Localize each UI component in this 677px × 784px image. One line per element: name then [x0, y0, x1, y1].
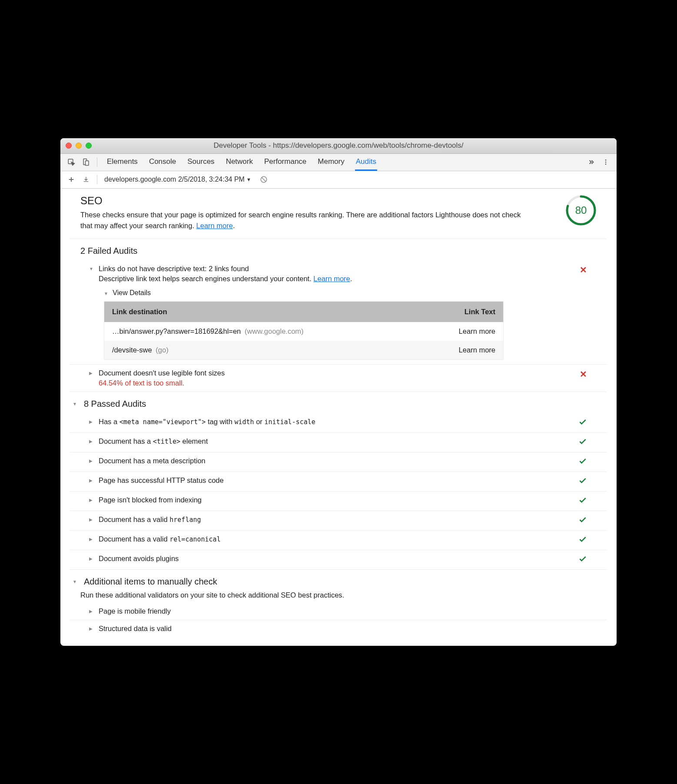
link-details-table: Link destination Link Text …bin/answer.p… — [104, 301, 504, 360]
tab-performance[interactable]: Performance — [263, 154, 307, 171]
audit-failed-link-text[interactable]: Links do not have descriptive text: 2 li… — [70, 260, 607, 365]
chevron-right-icon — [89, 439, 93, 444]
audit-passed-meta-desc[interactable]: Document has a meta description — [70, 452, 607, 472]
tab-console[interactable]: Console — [148, 154, 177, 171]
audit-passed-canonical[interactable]: Document has a valid rel=canonical — [70, 531, 607, 550]
check-icon — [578, 418, 587, 428]
table-row: …bin/answer.py?answer=181692&hl=en (www.… — [104, 322, 503, 341]
audit-failed-font-size[interactable]: Document doesn't use legible font sizes … — [70, 365, 607, 392]
chevron-right-icon — [89, 556, 93, 561]
cell-host: (go) — [156, 346, 168, 354]
audit-title: Document has a valid rel=canonical — [99, 535, 578, 543]
chevron-right-icon — [89, 517, 93, 522]
device-mode-icon[interactable] — [79, 155, 93, 169]
chevron-right-icon — [89, 458, 93, 463]
clear-icon[interactable] — [256, 172, 271, 187]
chevron-right-icon — [89, 371, 93, 375]
audit-passed-indexing[interactable]: Page isn't blocked from indexing — [70, 492, 607, 511]
kebab-menu-icon[interactable] — [598, 155, 613, 169]
audit-description: Descriptive link text helps search engin… — [99, 275, 580, 283]
inspect-icon[interactable] — [64, 155, 79, 169]
audit-run-dropdown[interactable]: developers.google.com 2/5/2018, 3:24:34 … — [104, 176, 251, 183]
audit-passed-hreflang[interactable]: Document has a valid hreflang — [70, 511, 607, 531]
tab-elements[interactable]: Elements — [106, 154, 139, 171]
check-icon — [578, 437, 587, 448]
seo-score: 80 — [565, 195, 597, 226]
cell-text: Learn more — [459, 327, 495, 336]
audit-title: Document has a valid hreflang — [99, 515, 578, 524]
chevron-right-icon — [89, 609, 93, 614]
download-icon[interactable] — [79, 172, 93, 187]
tab-memory[interactable]: Memory — [317, 154, 345, 171]
view-details-toggle[interactable]: ▼ View Details — [104, 289, 580, 297]
seo-score-value: 80 — [565, 195, 597, 226]
close-window-button[interactable] — [66, 143, 72, 149]
tab-network[interactable]: Network — [225, 154, 254, 171]
traffic-lights — [66, 143, 92, 149]
devtools-tabbar: Elements Console Sources Network Perform… — [60, 154, 617, 171]
check-icon — [578, 496, 587, 506]
seo-description: These checks ensure that your page is op… — [80, 209, 524, 231]
check-icon — [578, 515, 587, 526]
chevron-down-icon — [89, 266, 93, 271]
audit-title: Links do not have descriptive text: 2 li… — [99, 265, 580, 273]
divider — [97, 157, 97, 167]
svg-point-4 — [605, 162, 607, 163]
new-audit-icon[interactable] — [64, 172, 79, 187]
devtools-window: Developer Tools - https://developers.goo… — [60, 138, 617, 646]
window-title: Developer Tools - https://developers.goo… — [66, 141, 611, 150]
cell-dest: …bin/answer.py?answer=181692&hl=en — [112, 327, 241, 335]
chevron-down-icon: ▼ — [246, 177, 251, 182]
audit-title: Document avoids plugins — [99, 555, 578, 563]
tab-audits[interactable]: Audits — [355, 154, 377, 171]
col-link-text: Link Text — [465, 308, 495, 316]
chevron-down-icon: ▼ — [104, 291, 108, 296]
audit-desc-text: Descriptive link text helps search engin… — [99, 275, 313, 282]
overflow-tabs-icon[interactable] — [584, 155, 598, 169]
x-icon: ✕ — [580, 369, 587, 379]
audit-manual-mobile[interactable]: Page is mobile friendly — [70, 603, 607, 620]
manual-subtitle: Run these additional validators on your … — [60, 591, 617, 603]
audit-manual-structured-data[interactable]: Structured data is valid — [70, 620, 607, 637]
audit-passed-plugins[interactable]: Document avoids plugins — [70, 550, 607, 570]
audits-toolbar: developers.google.com 2/5/2018, 3:24:34 … — [60, 171, 617, 189]
minimize-window-button[interactable] — [76, 143, 82, 149]
chevron-right-icon — [89, 419, 93, 424]
audit-passed-title[interactable]: Document has a <title> element — [70, 433, 607, 452]
chevron-right-icon — [89, 478, 93, 483]
audit-run-label: developers.google.com 2/5/2018, 3:24:34 … — [104, 176, 245, 183]
svg-point-3 — [605, 159, 607, 161]
panel-tabs: Elements Console Sources Network Perform… — [106, 154, 377, 171]
audit-title: Has a <meta name="viewport"> tag with wi… — [99, 418, 578, 426]
failed-audits-title: 2 Failed Audits — [60, 239, 617, 260]
svg-rect-2 — [86, 161, 89, 166]
chevron-right-icon — [89, 537, 93, 541]
audit-content: SEO These checks ensure that your page i… — [60, 189, 617, 646]
maximize-window-button[interactable] — [86, 143, 92, 149]
audit-error-text: 64.54% of text is too small. — [99, 379, 580, 387]
audit-passed-viewport[interactable]: Has a <meta name="viewport"> tag with wi… — [70, 413, 607, 433]
table-header: Link destination Link Text — [104, 302, 503, 322]
audit-title: Structured data is valid — [99, 625, 587, 633]
fail-status: ✕ — [580, 369, 587, 379]
seo-learn-more-link[interactable]: Learn more — [196, 222, 233, 229]
audit-passed-http-status[interactable]: Page has successful HTTP status code — [70, 472, 607, 492]
seo-header: SEO These checks ensure that your page i… — [70, 189, 607, 239]
chevron-right-icon — [89, 626, 93, 631]
audit-title: Page isn't blocked from indexing — [99, 496, 578, 504]
cell-dest: /devsite-swe — [112, 346, 152, 354]
audit-title: Page has successful HTTP status code — [99, 476, 578, 485]
titlebar: Developer Tools - https://developers.goo… — [60, 138, 617, 154]
audit-learn-more-link[interactable]: Learn more — [313, 275, 350, 282]
view-details-label: View Details — [113, 289, 151, 296]
audit-title: Page is mobile friendly — [99, 607, 587, 615]
audit-title: Document has a <title> element — [99, 437, 578, 445]
passed-audits-title[interactable]: 8 Passed Audits — [60, 392, 617, 413]
tab-sources[interactable]: Sources — [186, 154, 215, 171]
seo-title: SEO — [80, 195, 557, 207]
audit-title: Document doesn't use legible font sizes — [99, 369, 580, 377]
manual-title[interactable]: Additional items to manually check — [60, 570, 617, 591]
cell-host: (www.google.com) — [245, 327, 304, 335]
svg-point-5 — [605, 164, 607, 165]
x-icon: ✕ — [580, 265, 587, 275]
